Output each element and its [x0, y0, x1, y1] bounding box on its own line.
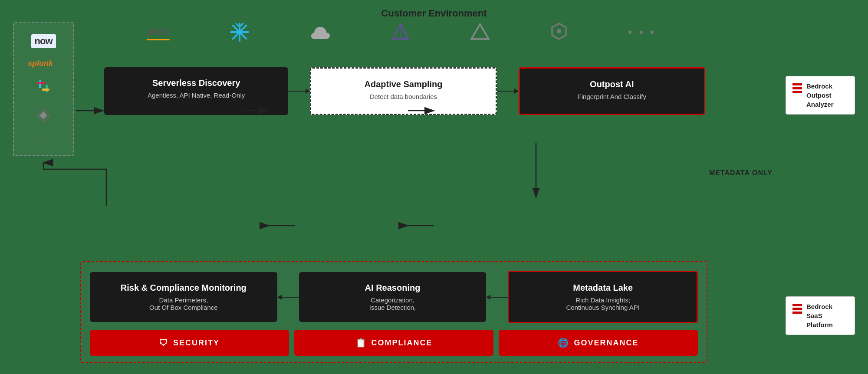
main-container: Customer Environment: [0, 0, 868, 374]
security-label: SECURITY: [173, 338, 220, 348]
ai-title: AI Reasoning: [312, 283, 473, 293]
customer-env-label: Customer Environment: [377, 8, 491, 19]
metadata-only-label: METADATA ONLY: [709, 169, 773, 177]
now-logo: now: [31, 34, 56, 48]
security-icon: 🛡: [159, 338, 169, 348]
arrow-left-2: [486, 295, 508, 300]
risk-sub: Data Perimeters, Out Of Box Compliance: [103, 296, 264, 311]
top-flow-row: Serverless Discovery Agentless, API Nati…: [104, 67, 705, 115]
more-cloud-dots: • • •: [628, 25, 656, 39]
aws-icon: aws: [147, 24, 170, 40]
ai-sub: Categorization, Issue Detection,: [312, 296, 473, 311]
more-logos-dots: ⋮: [38, 133, 49, 144]
outpost-title: Outpost AI: [533, 79, 691, 89]
arrow-left-1: [277, 295, 299, 300]
bedrock-saas-lines: [792, 302, 802, 314]
serverless-title: Serverless Discovery: [117, 78, 275, 88]
outpost-sub: Fingerprint And Classify: [533, 93, 691, 100]
adaptive-sampling-box: Adaptive Sampling Detect data boundaries: [310, 67, 496, 115]
bottom-flow-row: Risk & Compliance Monitoring Data Perime…: [90, 271, 698, 323]
splunk-logo: splunk→: [28, 59, 59, 68]
bottom-section: Risk & Compliance Monitoring Data Perime…: [80, 261, 707, 363]
terraform-icon: [391, 23, 410, 42]
metadata-lake-sub: Rich Data Insights; Continuous Synching …: [522, 296, 684, 311]
compliance-icon: 📋: [355, 338, 367, 348]
ai-reasoning-box: AI Reasoning Categorization, Issue Detec…: [299, 272, 487, 322]
google-cloud-icon: [309, 23, 332, 41]
adaptive-title: Adaptive Sampling: [324, 79, 482, 89]
diamond-logo: [36, 108, 50, 122]
bedrock-outpost-lines: [792, 82, 802, 93]
governance-label: GOVERNANCE: [574, 338, 638, 348]
security-button[interactable]: 🛡 SECURITY: [90, 330, 289, 356]
metadata-lake-box: Metadata Lake Rich Data Insights; Contin…: [508, 271, 698, 323]
bedrock-saas-box: Bedrock SaaS Platform: [786, 296, 855, 335]
arrow-1: [288, 89, 310, 94]
bedrock-outpost-text: Bedrock Outpost Analyzer: [806, 82, 834, 109]
governance-icon: 🌐: [558, 338, 569, 348]
adaptive-sub: Detect data boundaries: [324, 93, 482, 100]
svg-point-26: [557, 29, 561, 33]
left-sidebar: now splunk→ ⋮: [13, 22, 74, 156]
risk-compliance-box: Risk & Compliance Monitoring Data Perime…: [90, 272, 277, 322]
bottom-buttons: 🛡 SECURITY 📋 COMPLIANCE 🌐 GOVERNANCE: [90, 330, 698, 356]
serverless-sub: Agentless, API Native, Read-Only: [117, 92, 275, 99]
svg-rect-12: [42, 89, 49, 91]
snowflake-icon: [229, 22, 250, 43]
compliance-button[interactable]: 📋 COMPLIANCE: [294, 330, 493, 356]
svg-marker-23: [471, 24, 489, 39]
outpost-ai-box: Outpost AI Fingerprint And Classify: [519, 67, 705, 115]
svg-rect-11: [37, 82, 45, 84]
drive-icon: [470, 23, 490, 42]
governance-button[interactable]: 🌐 GOVERNANCE: [499, 330, 698, 356]
risk-title: Risk & Compliance Monitoring: [103, 283, 264, 293]
slack-logo: [36, 79, 51, 98]
looker-icon: [549, 23, 569, 42]
arrow-2: [497, 89, 519, 94]
serverless-discovery-box: Serverless Discovery Agentless, API Nati…: [104, 67, 288, 115]
cloud-icons-row: aws: [100, 22, 703, 43]
metadata-lake-title: Metadata Lake: [522, 283, 684, 293]
bedrock-outpost-box: Bedrock Outpost Analyzer: [786, 76, 855, 115]
compliance-label: COMPLIANCE: [372, 338, 433, 348]
bedrock-saas-text: Bedrock SaaS Platform: [806, 302, 833, 329]
